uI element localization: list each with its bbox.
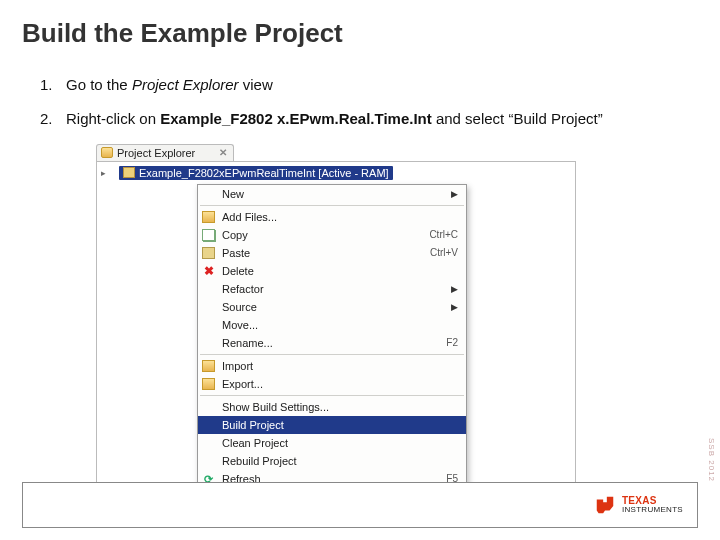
paste-icon	[202, 247, 215, 259]
menu-item-label: Copy	[222, 229, 248, 241]
delete-icon: ✖	[202, 265, 215, 277]
context-menu: New▶Add Files...CopyCtrl+CPasteCtrl+V✖De…	[197, 184, 467, 507]
step-text: Go to the Project Explorer view	[66, 75, 273, 95]
ti-chip-icon	[594, 494, 616, 516]
menu-item-source[interactable]: Source▶	[198, 298, 466, 316]
menu-item-refactor[interactable]: Refactor▶	[198, 280, 466, 298]
footer: TEXAS INSTRUMENTS	[22, 482, 698, 528]
export-icon	[202, 378, 215, 390]
menu-item-build-project[interactable]: Build Project	[198, 416, 466, 434]
step-text: Right-click on Example_F2802 x.EPwm.Real…	[66, 109, 603, 129]
instruction-list: 1. Go to the Project Explorer view 2. Ri…	[0, 49, 720, 130]
menu-item-clean-project[interactable]: Clean Project	[198, 434, 466, 452]
step-prefix: Go to the	[66, 76, 132, 93]
menu-separator	[200, 205, 464, 206]
step-suffix: and select “Build Project”	[432, 110, 603, 127]
menu-item-label: Delete	[222, 265, 254, 277]
project-item-selected[interactable]: Example_F2802xEPwmRealTimeInt [Active - …	[119, 166, 393, 180]
watermark: SSB 2012	[707, 438, 716, 482]
brand-top: TEXAS	[622, 495, 657, 506]
slide-title: Build the Example Project	[0, 0, 720, 49]
menu-shortcut: F2	[446, 337, 458, 348]
submenu-arrow-icon: ▶	[451, 189, 458, 199]
project-explorer-body: ▸ Example_F2802xEPwmRealTimeInt [Active …	[96, 161, 576, 518]
menu-item-label: Add Files...	[222, 211, 277, 223]
expand-toggle-icon[interactable]: ▸	[101, 168, 111, 178]
submenu-arrow-icon: ▶	[451, 284, 458, 294]
close-icon[interactable]: ✕	[219, 147, 227, 158]
menu-item-label: New	[222, 188, 244, 200]
menu-item-label: Show Build Settings...	[222, 401, 329, 413]
menu-item-rebuild-project[interactable]: Rebuild Project	[198, 452, 466, 470]
step-2: 2. Right-click on Example_F2802 x.EPwm.R…	[40, 109, 680, 129]
menu-shortcut: Ctrl+V	[430, 247, 458, 258]
ti-brand-text: TEXAS INSTRUMENTS	[622, 496, 683, 515]
menu-item-label: Build Project	[222, 419, 284, 431]
menu-item-copy[interactable]: CopyCtrl+C	[198, 226, 466, 244]
menu-item-export[interactable]: Export...	[198, 375, 466, 393]
menu-item-rename[interactable]: Rename...F2	[198, 334, 466, 352]
copy-icon	[202, 229, 215, 241]
menu-item-delete[interactable]: ✖Delete	[198, 262, 466, 280]
step-number: 2.	[40, 109, 66, 129]
ti-logo: TEXAS INSTRUMENTS	[594, 494, 683, 516]
step-suffix: view	[239, 76, 273, 93]
step-number: 1.	[40, 75, 66, 95]
step-emph: Example_F2802 x.EPwm.Real.Time.Int	[160, 110, 432, 127]
menu-separator	[200, 395, 464, 396]
menu-item-label: Move...	[222, 319, 258, 331]
project-label: Example_F2802xEPwmRealTimeInt [Active - …	[139, 167, 389, 179]
embedded-screenshot: Project Explorer ✕ ▸ Example_F2802xEPwmR…	[96, 144, 576, 518]
menu-item-show-build-settings[interactable]: Show Build Settings...	[198, 398, 466, 416]
step-1: 1. Go to the Project Explorer view	[40, 75, 680, 95]
menu-shortcut: Ctrl+C	[429, 229, 458, 240]
menu-item-paste[interactable]: PasteCtrl+V	[198, 244, 466, 262]
submenu-arrow-icon: ▶	[451, 302, 458, 312]
menu-separator	[200, 354, 464, 355]
import-icon	[202, 360, 215, 372]
brand-bottom: INSTRUMENTS	[622, 506, 683, 514]
menu-item-label: Rename...	[222, 337, 273, 349]
menu-item-new[interactable]: New▶	[198, 185, 466, 203]
menu-item-label: Refactor	[222, 283, 264, 295]
project-explorer-tab[interactable]: Project Explorer ✕	[96, 144, 234, 161]
menu-item-label: Export...	[222, 378, 263, 390]
menu-item-label: Rebuild Project	[222, 455, 297, 467]
tab-label: Project Explorer	[117, 147, 195, 159]
menu-item-import[interactable]: Import	[198, 357, 466, 375]
menu-item-label: Source	[222, 301, 257, 313]
menu-item-add-files[interactable]: Add Files...	[198, 208, 466, 226]
add-files-icon	[202, 211, 215, 223]
menu-item-move[interactable]: Move...	[198, 316, 466, 334]
menu-item-label: Clean Project	[222, 437, 288, 449]
folder-icon	[101, 147, 113, 158]
step-prefix: Right-click on	[66, 110, 160, 127]
step-emph: Project Explorer	[132, 76, 239, 93]
project-icon	[123, 167, 135, 178]
menu-item-label: Import	[222, 360, 253, 372]
menu-item-label: Paste	[222, 247, 250, 259]
